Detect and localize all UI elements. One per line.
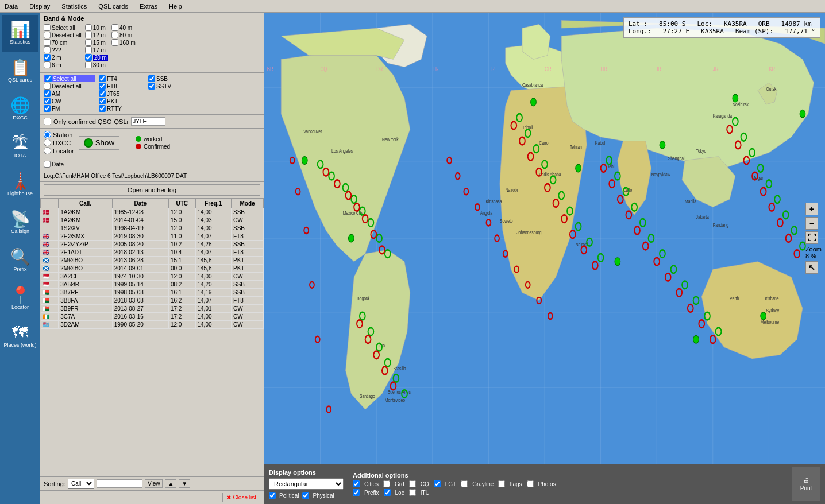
sstv-cb[interactable] [148,83,155,90]
sort-asc-button[interactable]: ▲ [165,479,176,488]
sidebar-item-statistics[interactable]: 📊 Statistics [2,15,38,52]
col-freq[interactable]: Freq.1 [195,199,232,208]
fm-cb[interactable] [44,105,51,112]
table-row[interactable]: 🏴󠁧󠁢󠁳󠁣󠁴󠁿 2MØIBO 2014-09-01 00:0 145,8 PKT [41,265,264,273]
am-cb[interactable] [44,90,51,97]
table-row[interactable]: 🇨🇮 3C7A 2016-03-16 17:2 14,00 CW [41,313,264,321]
additional-options: Additional options Cities Grd CQ LGT Gra… [353,472,782,496]
table-row[interactable]: 1SØXV 1998-04-19 12:0 14,00 SSB [41,224,264,232]
menu-help[interactable]: Help [167,2,184,10]
zoom-in-button[interactable]: + [805,203,818,215]
table-row[interactable]: 🇲🇬 3B7RF 1998-05-08 16:1 14,19 SSB [41,289,264,297]
show-station-radio[interactable] [44,131,51,138]
20m-cb[interactable] [85,54,92,61]
table-row[interactable]: 🇫🇯 3D2AM 1990-05-20 12:0 14,00 CW [41,321,264,329]
menu-qsl-cards[interactable]: QSL cards [96,2,130,10]
sidebar-item-callsign[interactable]: 📡 Callsign [2,204,38,241]
loc-val2: KA35RA [701,28,724,35]
sidebar-item-dxcc[interactable]: 🌐 DXCC [2,91,38,127]
flags-cb[interactable] [498,480,505,487]
10m-cb[interactable] [85,24,92,31]
sidebar-item-qsl-cards[interactable]: 📋 QSL cards [2,53,38,90]
loc-cb[interactable] [384,489,391,496]
deselect-all-cb[interactable] [44,32,51,38]
6m-cb[interactable] [44,61,51,68]
sidebar-item-prefix[interactable]: 🔍 Prefix [2,242,38,279]
table-row[interactable]: 🇲🇨 3A2CL 1974-10-30 12:0 14,00 CW [41,273,264,281]
cq-cb[interactable] [409,480,416,487]
menu-data[interactable]: Data [2,2,20,10]
map-style-select[interactable]: Rectangular Azimuthal Mercator [269,478,344,490]
sort-filter-input[interactable] [97,479,142,488]
grd-cb[interactable] [383,480,390,487]
sidebar-item-places[interactable]: 🗺 Places (world) [2,318,38,355]
open-log-button[interactable]: Open another log [44,184,260,196]
80m-cb[interactable] [111,32,118,38]
table-row[interactable]: 🏴󠁧󠁢󠁳󠁣󠁴󠁿 2MØIBO 2013-06-28 15:1 145,8 PKT [41,257,264,265]
table-row[interactable]: 🇬🇧 2EØZYZ/P 2005-08-20 10:2 14,28 SSB [41,241,264,249]
grayline-cb[interactable] [461,480,468,487]
menu-extras[interactable]: Extras [137,2,160,10]
sort-by-select[interactable]: Call Date UTC [68,479,94,489]
ft8-cb[interactable] [99,83,106,90]
15m-cb[interactable] [85,39,92,46]
date-cb[interactable] [44,161,51,168]
pkt-cb[interactable] [99,98,106,104]
sidebar-item-locator[interactable]: 📍 Locator [2,280,38,317]
ssb-cb[interactable] [148,75,155,82]
sort-desc-button[interactable]: ▼ [179,479,190,488]
col-mode[interactable]: Mode [232,199,264,208]
map-canvas[interactable]: BR CQ DR ER FR GR HR IR JR KR Los Angele… [264,13,825,464]
physical-cb[interactable] [302,492,309,499]
table-row[interactable]: 🇩🇰 1AØKM 1985-12-08 12:0 14,00 SSB [41,208,264,216]
table-row[interactable]: 🇲🇬 3B9FR 2013-08-27 17:2 14,01 CW [41,305,264,313]
cursor-button[interactable]: ↖ [805,261,818,274]
row-utc: 10:2 [168,241,195,249]
cw-cb[interactable] [44,98,51,104]
print-button[interactable]: 🖨 Print [792,467,820,501]
70cm-cb[interactable] [44,39,51,46]
itu-cb[interactable] [409,489,416,496]
confirmed-qso-cb[interactable] [44,118,51,125]
political-cb[interactable] [269,492,276,499]
col-date[interactable]: Date [112,199,168,208]
cities-cb[interactable] [353,480,360,487]
sstv-label: SSTV [156,83,171,90]
mode-select-all-cb[interactable] [45,75,52,82]
mode-deselect-all-cb[interactable] [44,83,51,90]
prefix-cb[interactable] [353,489,360,496]
close-list-button[interactable]: ✖ Close list [222,493,260,502]
2m-cb[interactable] [44,54,51,61]
ft4-cb[interactable] [99,75,106,82]
table-row[interactable]: 🇲🇬 3B8FA 2018-03-08 16:2 14,07 FT8 [41,297,264,305]
160m-cb[interactable] [111,39,118,46]
unk-cb[interactable] [44,46,51,53]
col-call[interactable]: Call. [59,199,113,208]
select-all-cb[interactable] [44,24,51,31]
table-row[interactable]: 🇲🇨 3A5ØR 1999-05-14 08:2 14,20 SSB [41,281,264,289]
40m-cb[interactable] [111,24,118,31]
30m-cb[interactable] [85,61,92,68]
rtty-cb[interactable] [99,105,106,112]
menu-display[interactable]: Display [27,2,52,10]
show-button[interactable]: Show [79,136,119,150]
17m-cb[interactable] [85,46,92,53]
show-locator-radio[interactable] [44,147,51,154]
show-dxcc-radio[interactable] [44,139,51,146]
table-row[interactable]: 🇬🇧 2E1ADT 2018-02-13 10:4 14,07 FT8 [41,249,264,257]
sidebar-item-iota[interactable]: 🏝 IOTA [2,129,38,165]
photos-cb[interactable] [527,480,534,487]
lgt-cb[interactable] [434,480,441,487]
qslr-input[interactable] [131,117,165,126]
menu-statistics[interactable]: Statistics [59,2,89,10]
table-row[interactable]: 🇬🇧 2EØSMX 2019-08-30 11:0 14,07 FT8 [41,232,264,241]
12m-cb[interactable] [85,32,92,38]
jt65-cb[interactable] [99,90,106,97]
row-mode: SSB [232,241,264,249]
table-row[interactable]: 🇩🇰 1AØKM 2014-01-04 15:0 14,03 CW [41,216,264,224]
col-utc[interactable]: UTC [168,199,195,208]
zoom-out-button[interactable]: − [805,217,818,230]
view-button[interactable]: View [145,479,163,488]
sidebar-item-lighthouse[interactable]: 🗼 Lighthouse [2,166,38,203]
fit-button[interactable]: ⛶ [805,231,818,244]
